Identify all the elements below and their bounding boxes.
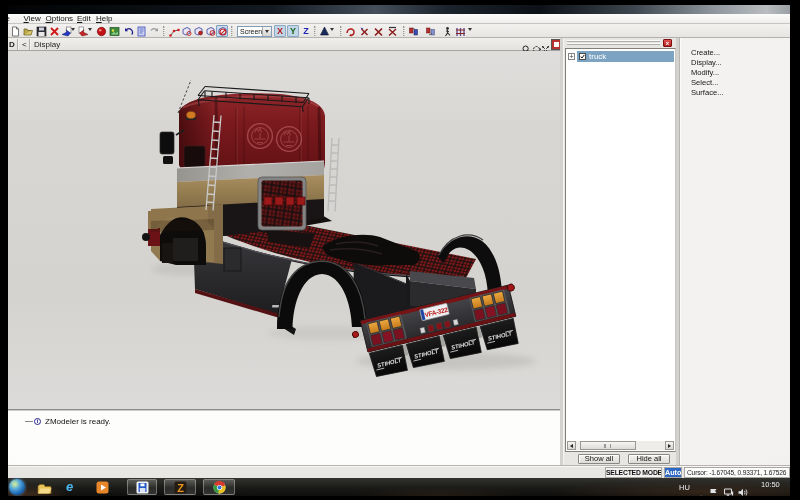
toolbar-separator bbox=[231, 26, 233, 36]
import-icon[interactable] bbox=[60, 25, 72, 37]
panel-grip[interactable] bbox=[567, 43, 660, 45]
viewport-header: D < Display bbox=[8, 38, 560, 51]
show-all-button[interactable]: Show all bbox=[578, 454, 620, 464]
objects-mode-icon[interactable] bbox=[204, 25, 216, 37]
scroll-thumb[interactable] bbox=[580, 441, 636, 450]
delete-icon[interactable] bbox=[48, 25, 60, 37]
truck-model: VFA-322 bbox=[8, 51, 560, 409]
new-file-icon[interactable] bbox=[9, 25, 21, 37]
combo-dropdown-icon[interactable] bbox=[262, 27, 271, 36]
menu-display[interactable]: Display... bbox=[691, 58, 787, 68]
tray-language[interactable]: HU bbox=[679, 483, 690, 492]
toolbar-separator bbox=[403, 26, 405, 36]
tray-network-icon[interactable] bbox=[724, 483, 734, 496]
zoom-icon[interactable] bbox=[522, 40, 531, 49]
info-icon: i bbox=[34, 418, 41, 425]
tools-dropdown-arrow[interactable] bbox=[468, 28, 472, 31]
open-file-icon[interactable] bbox=[22, 25, 34, 37]
viewport-3d[interactable]: VFA-322 bbox=[8, 51, 560, 409]
scroll-left-icon[interactable] bbox=[567, 441, 576, 450]
tray-volume-icon[interactable] bbox=[738, 483, 748, 496]
menu-surface[interactable]: Surface... bbox=[691, 88, 787, 98]
taskbar-app-chrome-icon[interactable] bbox=[203, 479, 235, 495]
swirl-tool-icon[interactable] bbox=[344, 25, 356, 37]
import-dropdown-arrow[interactable] bbox=[71, 28, 75, 31]
tray-flag-icon[interactable] bbox=[709, 483, 718, 496]
menu-select[interactable]: Select... bbox=[691, 78, 787, 88]
tree-row-truck[interactable]: + truck bbox=[567, 51, 674, 62]
tree-hscrollbar[interactable] bbox=[567, 441, 674, 450]
cone-tool-icon[interactable] bbox=[318, 25, 330, 37]
record-icon[interactable] bbox=[95, 25, 107, 37]
tree-checkbox[interactable] bbox=[579, 53, 586, 60]
viewport-corner-button[interactable]: D bbox=[9, 38, 15, 51]
menu-view[interactable]: View bbox=[24, 14, 41, 24]
viewport-header-separator bbox=[17, 39, 18, 50]
menu-create[interactable]: Create... bbox=[691, 48, 787, 58]
status-mode: SELECTED MODE bbox=[605, 467, 662, 478]
export-icon[interactable] bbox=[77, 25, 89, 37]
pan-icon[interactable] bbox=[541, 40, 550, 49]
toolbar-separator bbox=[314, 26, 316, 36]
panel-close-icon[interactable]: x bbox=[663, 39, 672, 47]
tree-item-label[interactable]: truck bbox=[589, 52, 606, 61]
toolbar-separator bbox=[163, 26, 165, 36]
start-button[interactable] bbox=[9, 479, 25, 495]
hide-all-button[interactable]: Hide all bbox=[628, 454, 670, 464]
panel-grip[interactable] bbox=[567, 40, 660, 42]
menu-file[interactable]: File bbox=[8, 14, 10, 24]
selected-mode-icon[interactable] bbox=[216, 25, 228, 37]
tree-expander-icon[interactable]: + bbox=[568, 53, 575, 60]
attach-tool-icon[interactable] bbox=[407, 25, 419, 37]
viewport-view-label[interactable]: Display bbox=[34, 38, 60, 51]
menu-edit[interactable]: Edit bbox=[77, 14, 91, 24]
export-dropdown-arrow[interactable] bbox=[88, 28, 92, 31]
hierarchy-tree[interactable]: + truck bbox=[565, 48, 676, 452]
windows-taskbar: e Z HU bbox=[8, 478, 790, 496]
delete-edge-tool-icon[interactable] bbox=[372, 25, 384, 37]
taskbar-app-zmodeler-icon[interactable]: Z bbox=[164, 479, 196, 495]
log-panel: i ZModeler is ready. bbox=[8, 409, 560, 465]
hierarchy-panel: x + truck Show all Hide all bbox=[563, 38, 676, 465]
taskbar-app-save-icon[interactable] bbox=[127, 479, 157, 495]
fence-tool-icon[interactable] bbox=[454, 25, 466, 37]
undo-icon[interactable] bbox=[122, 25, 134, 37]
screen-glare bbox=[8, 5, 790, 14]
menu-modify[interactable]: Modify... bbox=[691, 68, 787, 78]
axis-y-button[interactable]: Y bbox=[287, 25, 299, 37]
redo-icon[interactable] bbox=[148, 25, 160, 37]
walker-tool-icon[interactable] bbox=[441, 25, 453, 37]
menu-bar: File View Options Edit Help bbox=[8, 14, 790, 24]
tray-expand-icon[interactable] bbox=[697, 486, 705, 496]
cone-dropdown-arrow[interactable] bbox=[330, 28, 334, 31]
arrow-left-glyph bbox=[570, 444, 573, 448]
viewport-back-button[interactable]: < bbox=[22, 38, 27, 51]
faces-mode-icon[interactable] bbox=[192, 25, 204, 37]
delete-vertex-tool-icon[interactable] bbox=[358, 25, 370, 37]
image-icon[interactable] bbox=[108, 25, 120, 37]
menu-help[interactable]: Help bbox=[96, 14, 112, 24]
detach-tool-icon[interactable] bbox=[424, 25, 436, 37]
screen-photo: File View Options Edit Help bbox=[8, 5, 790, 496]
scroll-right-icon[interactable] bbox=[665, 441, 674, 450]
explorer-icon[interactable] bbox=[37, 481, 52, 496]
view-mode-value: Screen bbox=[240, 28, 262, 35]
log-message: ZModeler is ready. bbox=[45, 417, 111, 426]
delete-face-tool-icon[interactable] bbox=[386, 25, 398, 37]
notes-icon[interactable] bbox=[135, 25, 147, 37]
edges-mode-icon[interactable] bbox=[180, 25, 192, 37]
tray-clock[interactable]: 10:50 bbox=[761, 480, 780, 489]
media-player-icon[interactable] bbox=[96, 480, 109, 496]
status-auto-toggle[interactable]: Auto bbox=[664, 467, 682, 478]
arrow-right-glyph bbox=[668, 444, 671, 448]
internet-explorer-icon[interactable]: e bbox=[66, 479, 73, 494]
view-mode-combo[interactable]: Screen bbox=[237, 26, 272, 37]
save-icon[interactable] bbox=[35, 25, 47, 37]
svg-text:Z: Z bbox=[177, 481, 184, 493]
menu-options[interactable]: Options bbox=[46, 14, 74, 24]
axis-x-button[interactable]: X bbox=[274, 25, 286, 37]
log-tree-connector bbox=[25, 421, 33, 422]
vertices-mode-icon[interactable] bbox=[168, 25, 180, 37]
axis-z-button[interactable]: Z bbox=[300, 25, 312, 37]
orbit-icon[interactable] bbox=[532, 40, 541, 49]
